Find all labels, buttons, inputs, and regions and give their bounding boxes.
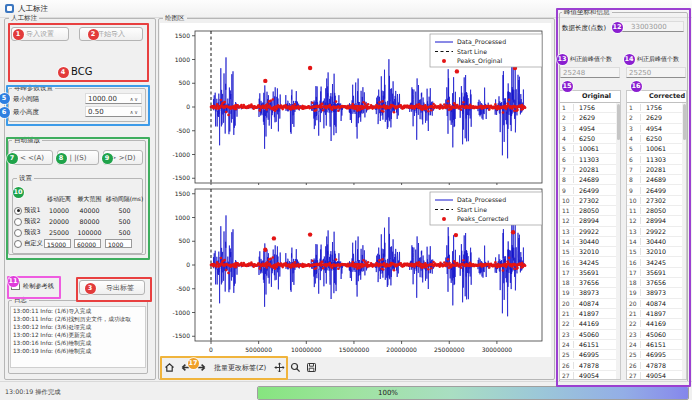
table-row[interactable]: 34954 (560, 124, 616, 134)
table-row[interactable]: 2749054 (627, 371, 682, 379)
svg-text:-1500: -1500 (173, 174, 191, 181)
table-row[interactable]: 22629 (627, 113, 682, 123)
peaks-after-field[interactable]: 25250 (626, 67, 686, 78)
table-row[interactable]: 2345060 (560, 330, 616, 340)
table-row[interactable]: 2546995 (560, 350, 616, 360)
table-row[interactable]: 1228994 (627, 216, 682, 226)
table-row[interactable]: 46250 (560, 134, 616, 144)
table-row[interactable]: 720281 (627, 165, 682, 175)
svg-text:15000000: 15000000 (339, 346, 370, 353)
table-row[interactable]: 1532010 (627, 247, 682, 257)
home-icon[interactable] (163, 362, 175, 374)
table-row[interactable]: 2749054 (560, 371, 616, 379)
table-row[interactable]: 22629 (560, 113, 616, 123)
original-table-scrollbar[interactable] (616, 103, 620, 379)
min-height-spinbox[interactable]: 0.50 ∧∨ (85, 106, 142, 117)
table-row[interactable]: 824689 (627, 175, 682, 185)
table-row[interactable]: 2244169 (627, 319, 682, 329)
table-row[interactable]: 1735691 (627, 268, 682, 278)
spin-arrows-icon[interactable]: ∧∨ (130, 109, 139, 115)
preset-radio-自定义[interactable]: 自定义 (14, 239, 44, 248)
corrected-peaks-table[interactable]: Corrected 117562262934954462505100616113… (626, 90, 687, 380)
preset-radio-预设3[interactable]: 预设3 (14, 228, 44, 237)
autoplay-group-title: 自动播放 (12, 136, 42, 144)
table-row[interactable]: 611303 (560, 154, 616, 164)
zoom-icon[interactable] (289, 362, 301, 374)
table-row[interactable]: 2244169 (560, 319, 616, 329)
preset-radio-预设1[interactable]: 预设1 (14, 206, 44, 215)
peaks-before-value: 25248 (563, 69, 585, 77)
preset-value: 500 (105, 218, 144, 225)
radio-icon[interactable] (14, 240, 22, 248)
table-row[interactable]: 2141897 (627, 309, 682, 319)
annotation-badge-1: 1 (13, 29, 24, 40)
table-row[interactable]: 1634245 (627, 257, 682, 267)
preset-radio-预设2[interactable]: 预设2 (14, 217, 44, 226)
pan-icon[interactable] (273, 362, 285, 374)
table-row[interactable]: 1329922 (560, 227, 616, 237)
table-row[interactable]: 1128050 (560, 206, 616, 216)
preset-label: 预设2 (24, 217, 41, 226)
table-row[interactable]: 2647878 (627, 360, 682, 370)
table-row[interactable]: 1837656 (627, 278, 682, 288)
svg-text:Peaks_Original: Peaks_Original (457, 57, 503, 65)
preset-custom-input[interactable]: 60000 (74, 239, 101, 248)
table-row[interactable]: 2040874 (560, 299, 616, 309)
table-row[interactable]: 1735691 (560, 268, 616, 278)
save-icon[interactable] (305, 362, 317, 374)
svg-text:0: 0 (186, 103, 190, 110)
table-row[interactable]: 720281 (560, 165, 616, 175)
radio-icon[interactable] (14, 218, 22, 226)
table-row[interactable]: 1329922 (627, 227, 682, 237)
radio-icon[interactable] (14, 207, 22, 215)
svg-text:10000000: 10000000 (291, 346, 322, 353)
table-row[interactable]: 1228994 (560, 216, 616, 226)
table-row[interactable]: 1430440 (627, 237, 682, 247)
table-row[interactable]: 1938973 (560, 288, 616, 298)
svg-text:1000: 1000 (175, 56, 190, 63)
table-row[interactable]: 510061 (560, 144, 616, 154)
batch-edit-labels-button[interactable]: 批量更改标签(Z) (211, 363, 269, 373)
table-row[interactable]: 11756 (627, 103, 682, 113)
table-row[interactable]: 1027302 (627, 196, 682, 206)
table-row[interactable]: 2446151 (560, 340, 616, 350)
table-row[interactable]: 824689 (560, 175, 616, 185)
radio-icon[interactable] (14, 229, 22, 237)
table-row[interactable]: 46250 (627, 134, 682, 144)
min-interval-spinbox[interactable]: 1000.00 ∧∨ (85, 93, 142, 104)
table-row[interactable]: 2446151 (627, 340, 682, 350)
preset-column-header: 移动距离 (44, 195, 74, 204)
preset-value: 40000 (74, 207, 105, 214)
table-row[interactable]: 1027302 (560, 196, 616, 206)
peaks-before-field[interactable]: 25248 (560, 67, 620, 78)
table-row[interactable]: 510061 (627, 144, 682, 154)
table-row[interactable]: 1430440 (560, 237, 616, 247)
table-row[interactable]: 2141897 (560, 309, 616, 319)
table-row[interactable]: 2040874 (627, 299, 682, 309)
table-row[interactable]: 11756 (560, 103, 616, 113)
table-row[interactable]: 2647878 (560, 360, 616, 370)
log-list[interactable]: 13:00:11 Info: (1/6)导入完成13:00:11 Info: (… (10, 306, 146, 368)
table-row[interactable]: 611303 (627, 154, 682, 164)
table-row[interactable]: 1938973 (627, 288, 682, 298)
data-length-field[interactable]: 33003000 (620, 21, 684, 32)
table-row[interactable]: 1128050 (627, 206, 682, 216)
table-row[interactable]: 2546995 (627, 350, 682, 360)
chart-original-peaks[interactable]: -1500-1000-500050010001500Data_Processed… (162, 25, 552, 185)
preset-custom-input[interactable]: 1000 (105, 239, 132, 248)
svg-text:Data_Processed: Data_Processed (457, 38, 506, 46)
table-row[interactable]: 1837656 (560, 278, 616, 288)
svg-text:1500: 1500 (175, 190, 190, 197)
spin-arrows-icon[interactable]: ∧∨ (130, 96, 139, 102)
table-row[interactable]: 1532010 (560, 247, 616, 257)
table-row[interactable]: 34954 (627, 124, 682, 134)
table-row[interactable]: 926499 (560, 185, 616, 195)
table-row[interactable]: 2345060 (627, 330, 682, 340)
chart-corrected-peaks[interactable]: -1500-1000-50005001000150005000000100000… (162, 185, 552, 357)
original-peaks-table[interactable]: Original 1175622629349544625051006161130… (559, 90, 621, 380)
corrected-table-scrollbar[interactable] (682, 103, 686, 379)
table-row[interactable]: 926499 (627, 185, 682, 195)
preset-custom-input[interactable]: 15000 (44, 239, 71, 248)
signal-type-label: BCG (71, 66, 92, 77)
table-row[interactable]: 1634245 (560, 257, 616, 267)
